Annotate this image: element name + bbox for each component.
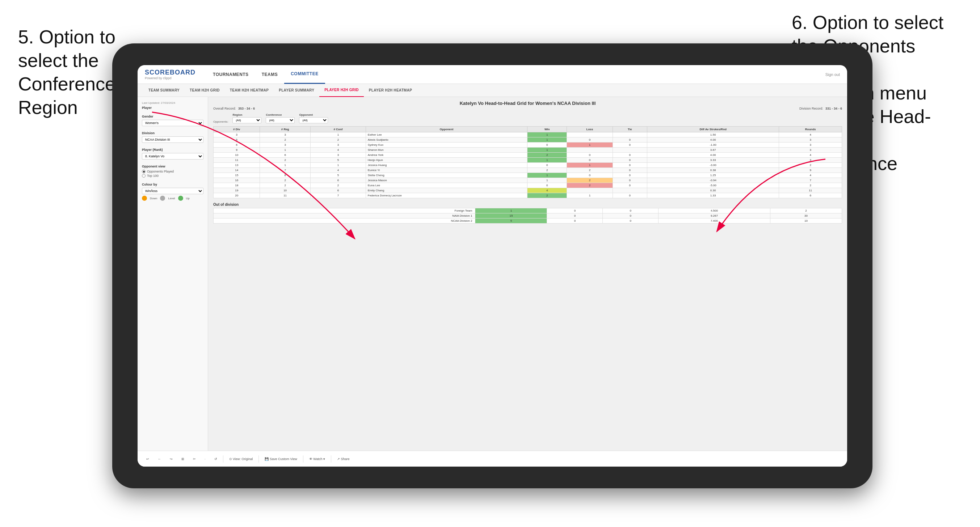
sidebar-opponent-view-label: Opponent view xyxy=(142,165,204,168)
opponents-label: Opponents: xyxy=(213,120,228,123)
sidebar-division-label: Division xyxy=(142,131,204,135)
logo-text: SCOREBOARD xyxy=(145,69,196,76)
colour-dot-level xyxy=(160,196,165,201)
toolbar-sep1 xyxy=(223,456,223,463)
filter-row: Opponents: Region (All) Conference (All) xyxy=(213,113,842,123)
table-row: 11 2 5 Heejo Hyun 1 0 0 3.33 3 xyxy=(213,158,842,163)
radio-opponents-played[interactable]: Opponents Played xyxy=(142,170,204,173)
filter-conference-select[interactable]: (All) xyxy=(266,117,295,123)
table-row: 6 3 3 Sydney Kuo 0 1 0 -1.00 3 xyxy=(213,143,842,148)
th-rounds: Rounds xyxy=(779,127,842,132)
table-row: 20 11 7 Federica Domecq Lacroze 2 1 0 1.… xyxy=(213,193,842,198)
table-row: 16 2 6 Jessica Mason 1 2 0 -0.94 7 xyxy=(213,178,842,183)
sidebar-division-section: Division NCAA Division III xyxy=(142,131,204,143)
colour-dot-up xyxy=(178,196,183,201)
radio-dot-top100 xyxy=(142,174,146,178)
table-row: 19 10 6 Emily Chang 4 0.30 11 xyxy=(213,188,842,193)
toolbar-grid[interactable]: ⊞ xyxy=(178,456,187,462)
table-row: 14 7 4 Eunice Yi 2 2 0 0.38 9 xyxy=(213,168,842,173)
sidebar-opponent-view-section: Opponent view Opponents Played Top 100 xyxy=(142,165,204,178)
record-row: Overall Record: 353 - 34 - 6 Division Re… xyxy=(213,107,842,110)
toolbar-watch[interactable]: 👁 Watch ▾ xyxy=(306,456,328,462)
colour-dot-down xyxy=(142,196,147,201)
ood-table-row: Foreign Team 1 0 0 4.500 2 xyxy=(213,208,842,213)
logo-area: SCOREBOARD Powered by clippd xyxy=(145,69,196,80)
sidebar-player-rank-select[interactable]: 8. Katelyn Vo xyxy=(142,153,204,160)
toolbar-sep4 xyxy=(331,456,331,463)
sidebar-colour-select[interactable]: Win/loss xyxy=(142,188,204,194)
nav-bar: SCOREBOARD Powered by clippd TOURNAMENTS… xyxy=(138,65,847,84)
sidebar-player-rank-label: Player (Rank) xyxy=(142,148,204,152)
table-row: 15 8 5 Stella Cheng 1 0 0 1.25 4 xyxy=(213,173,842,178)
toolbar-dot[interactable]: · xyxy=(202,456,208,462)
sidebar-gender-select[interactable]: Women's xyxy=(142,120,204,126)
content-panel: Katelyn Vo Head-to-Head Grid for Women's… xyxy=(208,97,847,451)
filter-opponents-group: Opponents: xyxy=(213,120,228,123)
filter-conference-group: Conference (All) xyxy=(266,113,295,123)
filter-region-label: Region xyxy=(232,113,261,116)
out-of-division-title: Out of division xyxy=(213,203,842,206)
out-of-division-table: Foreign Team 1 0 0 4.500 2 NAIA Division… xyxy=(213,208,842,224)
nav-committee[interactable]: COMMITTEE xyxy=(284,65,325,84)
table-row: 18 2 2 Euna Lee 0 2 0 -5.00 2 xyxy=(213,183,842,188)
filter-region-group: Region (All) xyxy=(232,113,261,123)
sidebar-colour-label: Colour by xyxy=(142,183,204,186)
nav-teams[interactable]: TEAMS xyxy=(255,65,285,84)
filter-opponent-select[interactable]: (All) xyxy=(299,117,328,123)
toolbar-view-original[interactable]: ⊙ View: Original xyxy=(226,456,256,462)
ood-table-row: NAIA Division 1 15 0 0 9.267 30 xyxy=(213,213,842,219)
sidebar-opponent-radio-group: Opponents Played Top 100 xyxy=(142,170,204,178)
toolbar-sep2 xyxy=(258,456,259,463)
sidebar: Last Updated: 27/03/2024 Player Gender W… xyxy=(138,97,208,451)
toolbar-undo[interactable]: ↩ xyxy=(143,456,152,462)
toolbar-back[interactable]: ← xyxy=(155,456,164,462)
tablet-device: SCOREBOARD Powered by clippd TOURNAMENTS… xyxy=(112,43,872,488)
page-title: Katelyn Vo Head-to-Head Grid for Women's… xyxy=(213,100,842,106)
th-reg: # Reg xyxy=(260,127,310,132)
nav-items: TOURNAMENTS TEAMS COMMITTEE xyxy=(206,65,826,84)
sign-out-link[interactable]: Sign out xyxy=(826,72,840,77)
th-tie: Tie xyxy=(612,127,647,132)
th-loss: Loss xyxy=(567,127,612,132)
subnav-team-summary[interactable]: TEAM SUMMARY xyxy=(143,84,185,97)
sidebar-player-rank-section: Player (Rank) 8. Katelyn Vo xyxy=(142,148,204,160)
th-opponent: Opponent xyxy=(366,127,527,132)
tablet-screen: SCOREBOARD Powered by clippd TOURNAMENTS… xyxy=(138,65,847,467)
table-row: 10 6 3 Andrea York 2 0 0 4.00 4 xyxy=(213,152,842,158)
sidebar-gender-label: Gender xyxy=(142,115,204,118)
sub-nav: TEAM SUMMARY TEAM H2H GRID TEAM H2H HEAT… xyxy=(138,84,847,97)
main-content: Last Updated: 27/03/2024 Player Gender W… xyxy=(138,97,847,451)
filter-opponent-group: Opponent (All) xyxy=(299,113,328,123)
sidebar-gender-section: Gender Women's xyxy=(142,115,204,126)
th-win: Win xyxy=(527,127,567,132)
table-row: 9 1 4 Sharon Mun 1 3.67 3 xyxy=(213,148,842,152)
sidebar-player-section: Player xyxy=(142,106,204,110)
bottom-toolbar: ↩ ← ↪ ⊞ ✂ · ↺ ⊙ View: Original 💾 Save Cu… xyxy=(138,451,847,467)
last-updated: Last Updated: 27/03/2024 xyxy=(142,101,204,105)
subnav-player-h2h-heatmap[interactable]: PLAYER H2H HEATMAP xyxy=(364,84,417,97)
table-row: 3 3 1 Esther Lee 1 1.50 4 xyxy=(213,132,842,137)
subnav-team-h2h-heatmap[interactable]: TEAM H2H HEATMAP xyxy=(225,84,274,97)
ood-table-row: NCAA Division 2 5 0 0 7.400 10 xyxy=(213,219,842,224)
subnav-team-h2h-grid[interactable]: TEAM H2H GRID xyxy=(185,84,225,97)
toolbar-cut[interactable]: ✂ xyxy=(190,456,199,462)
th-div: # Div xyxy=(213,127,260,132)
toolbar-share[interactable]: ↗ Share xyxy=(334,456,353,462)
subnav-player-summary[interactable]: PLAYER SUMMARY xyxy=(274,84,319,97)
toolbar-sep3 xyxy=(303,456,303,463)
sidebar-colour-section: Colour by Win/loss Down Level Up xyxy=(142,183,204,201)
division-record: Division Record: 331 - 34 - 6 xyxy=(799,107,842,110)
radio-dot-opponents xyxy=(142,170,146,173)
overall-record: Overall Record: 353 - 34 - 6 xyxy=(213,107,255,110)
colour-legend: Down Level Up xyxy=(142,196,204,201)
nav-tournaments[interactable]: TOURNAMENTS xyxy=(206,65,255,84)
filter-region-select[interactable]: (All) xyxy=(232,117,261,123)
subnav-player-h2h-grid[interactable]: PLAYER H2H GRID xyxy=(319,84,364,97)
th-diff: Diff Av Strokes/Rnd xyxy=(647,127,779,132)
logo-sub: Powered by clippd xyxy=(145,76,196,80)
toolbar-refresh[interactable]: ↺ xyxy=(212,456,220,462)
toolbar-redo[interactable]: ↪ xyxy=(167,456,176,462)
toolbar-save-custom[interactable]: 💾 Save Custom View xyxy=(262,456,300,462)
radio-top100[interactable]: Top 100 xyxy=(142,174,204,178)
sidebar-division-select[interactable]: NCAA Division III xyxy=(142,137,204,143)
